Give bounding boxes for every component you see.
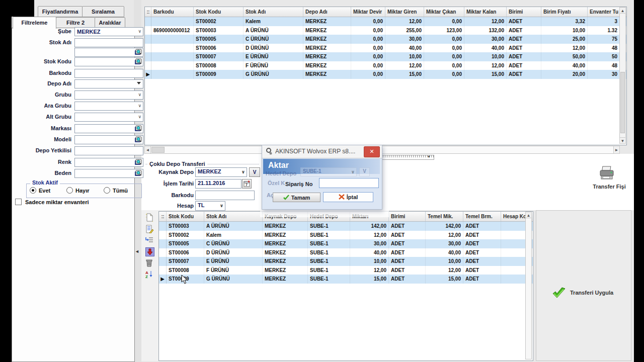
stok-adi-arama-search-input[interactable] xyxy=(74,48,143,57)
radio-tumu[interactable]: Tümü xyxy=(104,187,128,194)
kaynak-depo-select[interactable]: MERKEZ ∨ xyxy=(195,167,247,177)
cell[interactable]: 10,00 xyxy=(426,257,463,266)
cell[interactable]: G ÜRÜNÜ xyxy=(244,70,303,79)
islem-tarihi-input[interactable]: 21.11.2016 xyxy=(195,179,242,189)
cell[interactable]: ST00008 xyxy=(167,266,204,275)
cell[interactable]: A ÜRÜNÜ xyxy=(204,222,263,231)
sube-select[interactable]: MERKEZ∨ xyxy=(74,27,143,36)
cell[interactable] xyxy=(501,275,526,284)
cell[interactable]: ST00009 xyxy=(194,70,244,79)
cell[interactable]: 12,00 xyxy=(464,17,507,26)
cell[interactable]: 40,00 xyxy=(541,61,588,70)
cell[interactable]: 48 xyxy=(588,44,620,53)
cell[interactable]: ST00006 xyxy=(194,44,244,53)
splitter-collapse-icon[interactable]: ◄ xyxy=(135,249,139,254)
cell[interactable]: 0,00 xyxy=(424,44,464,53)
cell[interactable]: SUBE-1 xyxy=(308,266,350,275)
cell[interactable]: MERKEZ xyxy=(263,231,308,240)
cell[interactable] xyxy=(151,52,194,61)
stok-kodu-search-input[interactable] xyxy=(74,57,143,66)
cell[interactable]: SUBE-1 xyxy=(308,222,350,231)
table-row[interactable]: ST00008F ÜRÜNÜMERKEZ0,0012,000,0012,00AD… xyxy=(145,61,626,70)
cell[interactable]: 0,00 xyxy=(351,52,385,61)
tab-siralama[interactable]: Sıralama xyxy=(82,6,124,17)
cell[interactable] xyxy=(151,44,194,53)
table-row[interactable]: ST00005C ÜRÜNÜMERKEZ0,0030,000,0030,00AD… xyxy=(145,35,626,44)
table-row[interactable]: ST00002KalemMERKEZSUBE-112,00ADET12,00AD… xyxy=(159,231,533,240)
grid-drag-handle-icon[interactable]: :: xyxy=(159,212,167,221)
column-header[interactable]: Barkodu xyxy=(151,7,194,17)
cell[interactable]: MERKEZ xyxy=(303,52,351,61)
cell[interactable]: 0,00 xyxy=(351,70,385,79)
table-row[interactable]: ▶ST00009G ÜRÜNÜMERKEZSUBE-115,00ADET15,0… xyxy=(159,275,533,284)
grid-drag-handle-icon[interactable]: :: xyxy=(145,7,151,17)
cell[interactable]: MERKEZ xyxy=(263,239,308,248)
cell[interactable]: 30,00 xyxy=(464,35,507,44)
cell[interactable]: ADET xyxy=(389,266,426,275)
cell[interactable]: 0,00 xyxy=(424,52,464,61)
close-icon[interactable]: ✕ xyxy=(364,146,380,157)
cell[interactable]: ADET xyxy=(389,275,426,284)
barkodu-input[interactable] xyxy=(74,69,143,78)
table-row[interactable]: 8690000000012ST00003A ÜRÜNÜMERKEZ0,00255… xyxy=(145,26,626,35)
cell[interactable]: ST00005 xyxy=(167,239,204,248)
cell[interactable]: 20,00 xyxy=(541,70,588,79)
search-icon[interactable] xyxy=(134,58,142,67)
cell[interactable]: D ÜRÜNÜ xyxy=(204,248,263,257)
radio-evet[interactable]: Evet xyxy=(30,187,50,194)
cell[interactable]: 12,00 xyxy=(426,266,463,275)
cell[interactable]: SUBE-1 xyxy=(308,231,350,240)
cell[interactable]: 10,00 xyxy=(464,52,507,61)
tab-araliklar[interactable]: Aralıklar xyxy=(95,17,125,28)
cell[interactable]: ADET xyxy=(463,239,501,248)
cell[interactable]: MERKEZ xyxy=(263,222,308,231)
cell[interactable]: 50 xyxy=(588,52,620,61)
cell[interactable]: Kalem xyxy=(244,17,303,26)
cell[interactable]: ADET xyxy=(507,61,541,70)
cell[interactable]: 3 xyxy=(588,17,620,26)
cell[interactable]: 12,00 xyxy=(385,61,424,70)
scroll-up-icon[interactable]: ▲ xyxy=(619,7,626,14)
cell[interactable]: MERKEZ xyxy=(303,35,351,44)
cell[interactable]: 10,00 xyxy=(541,26,588,35)
dialog-titlebar[interactable]: AKINSOFT Wolvox ERP s8.... ✕ xyxy=(262,145,382,158)
cell[interactable]: 12,00 xyxy=(350,266,389,275)
cell[interactable]: C ÜRÜNÜ xyxy=(204,239,263,248)
cell[interactable]: 0,00 xyxy=(424,35,464,44)
beden-search-input[interactable] xyxy=(74,169,143,178)
cell[interactable]: MERKEZ xyxy=(263,248,308,257)
cell[interactable]: 30 xyxy=(588,70,620,79)
cell[interactable]: ADET xyxy=(389,222,426,231)
alt-grubu-select[interactable]: ∨ xyxy=(74,113,143,122)
cell[interactable]: 0,00 xyxy=(351,35,385,44)
column-header[interactable]: Stok Kodu xyxy=(194,7,244,17)
cell[interactable]: 12,00 xyxy=(385,17,424,26)
cell[interactable]: MERKEZ xyxy=(303,44,351,53)
ara-grubu-select[interactable]: ∨ xyxy=(74,102,143,111)
new-record-icon[interactable] xyxy=(145,213,154,222)
cell[interactable]: 12,00 xyxy=(350,231,389,240)
search-icon[interactable] xyxy=(134,49,142,58)
scroll-down-icon[interactable]: ▼ xyxy=(619,137,626,144)
cell[interactable]: Kalem xyxy=(204,231,263,240)
transfer-fisi-button[interactable]: Transfer Fişi xyxy=(586,165,632,193)
cell[interactable]: 1.32 xyxy=(588,26,620,35)
cell[interactable]: 10,00 xyxy=(385,52,424,61)
cell[interactable]: 15,00 xyxy=(426,275,463,284)
cell[interactable]: D ÜRÜNÜ xyxy=(244,44,303,53)
cell[interactable] xyxy=(151,61,194,70)
cell[interactable]: ADET xyxy=(507,35,541,44)
column-header[interactable]: Birimi xyxy=(507,7,541,17)
cell[interactable]: C ÜRÜNÜ xyxy=(244,35,303,44)
calendar-button[interactable]: 7 xyxy=(242,179,252,189)
cell[interactable]: F ÜRÜNÜ xyxy=(204,266,263,275)
cell[interactable]: MERKEZ xyxy=(263,257,308,266)
cell[interactable]: 40,00 xyxy=(385,44,424,53)
cell[interactable]: ADET xyxy=(389,257,426,266)
cell[interactable]: 12,00 xyxy=(541,44,588,53)
cell[interactable]: 0,00 xyxy=(424,61,464,70)
table-row[interactable]: ST00006D ÜRÜNÜMERKEZ0,0040,000,0040,00AD… xyxy=(145,44,626,53)
cell[interactable]: 25,00 xyxy=(541,35,588,44)
move-down-icon[interactable] xyxy=(145,247,154,256)
transfer-grid-vscrollbar[interactable]: ▲ xyxy=(525,212,532,359)
